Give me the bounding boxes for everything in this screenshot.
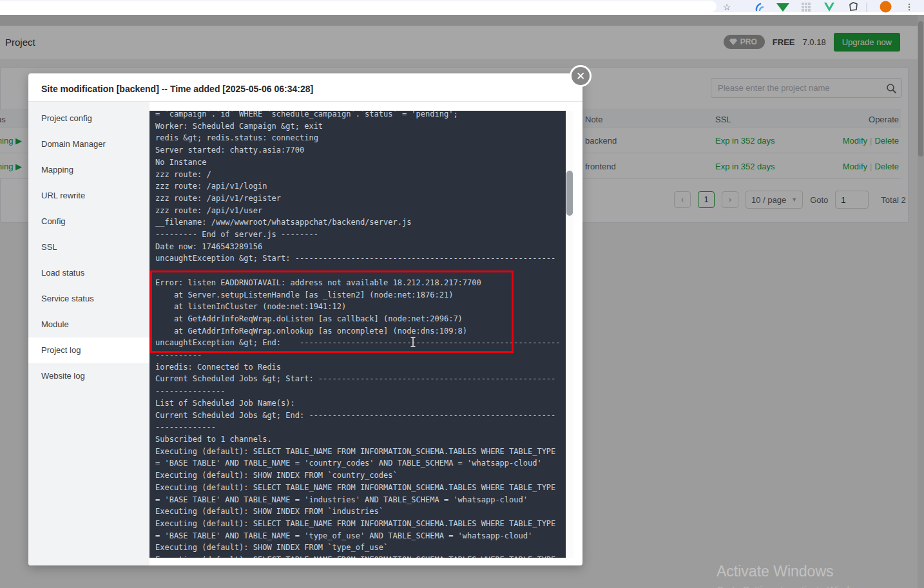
extension-vue-icon[interactable] [822,0,836,14]
sidebar-item-project-config[interactable]: Project config [28,106,149,131]
log-line: zzz route: /api/v1/register [155,193,573,205]
modal-title: Site modification [backend] -- Time adde… [28,73,582,102]
sidebar-item-project-log[interactable]: Project log [28,337,149,363]
log-error-line: Error: listen EADDRNOTAVAIL: address not… [155,277,573,289]
log-line: uncaughtException &gt; End: ------------… [155,337,573,349]
log-scrollbar[interactable] [566,111,573,558]
log-stack-line: at GetAddrInfoReqWrap.onlookup [as oncom… [155,325,573,337]
extension-grid-icon[interactable] [799,0,813,14]
profile-avatar[interactable] [878,0,893,14]
sidebar-item-ssl[interactable]: SSL [28,234,149,260]
log-line: List of Scheduled Job Name(s): [155,397,573,410]
log-line: = `campaign`.`id` WHERE `schedule_campai… [155,111,573,120]
log-scrollbar-thumb[interactable] [566,171,573,216]
log-line: uncaughtException &gt; Start: ----------… [155,252,573,265]
log-line: Executing (default): SHOW INDEX FROM `in… [155,506,573,518]
log-line: Executing (default): SELECT TABLE_NAME F… [155,446,573,458]
log-content: = `campaign`.`id` WHERE `schedule_campai… [149,111,573,558]
log-line: Worker: Scheduled Campaign &gt; exit [155,120,573,133]
log-line: ioredis: Connected to Redis [155,361,573,374]
log-line: Executing (default): SELECT TABLE_NAME F… [155,554,573,558]
log-line: --------- End of server.js -------- [155,229,573,241]
log-line: ------------- [155,421,573,433]
modal-sidebar: Project config Domain Manager Mapping UR… [28,102,149,565]
log-line: Server started: chatty.asia:7700 [155,144,573,156]
log-line: zzz route: /api/v1/login [155,180,573,193]
log-stack-line: at Server.setupListenHandle [as _listen2… [155,289,573,301]
extension-outline-icon[interactable] [846,0,860,14]
bookmark-star-icon[interactable]: ☆ [720,0,733,14]
sidebar-item-mapping[interactable]: Mapping [28,157,149,183]
log-line: Current Scheduled Jobs &gt; End: -------… [155,410,573,422]
sidebar-item-load-status[interactable]: Load status [28,260,149,286]
extension-stream-icon[interactable] [753,0,767,14]
project-log-viewer[interactable]: = `campaign`.`id` WHERE `schedule_campai… [149,111,573,558]
log-line: zzz route: /api/v1/user [155,205,573,217]
log-stack-line: at listenInCluster (node:net:1941:12) [155,301,573,313]
log-line: = 'BASE TABLE' AND TABLE_NAME = 'industr… [155,494,573,506]
log-line: = 'BASE TABLE' AND TABLE_NAME = 'type_of… [155,530,573,542]
toolbar-divider [866,0,867,14]
address-bar[interactable] [0,1,717,12]
log-line: Executing (default): SELECT TABLE_NAME F… [155,518,573,530]
close-icon[interactable]: ✕ [570,65,592,87]
log-line: Date now: 1746543289156 [155,241,573,253]
log-line: Current Scheduled Jobs &gt; Start: -----… [155,373,573,385]
screen: ☆ ⋮ Project PRO FREE [0,0,924,588]
sidebar-item-module[interactable]: Module [28,312,149,337]
log-line: zzz route: / [155,169,573,181]
sidebar-item-service-status[interactable]: Service status [28,286,149,312]
sidebar-item-domain-manager[interactable]: Domain Manager [28,131,149,157]
sidebar-item-website-log[interactable]: Website log [28,363,149,389]
log-line: --------------- [155,385,573,397]
log-line: No Instance [155,156,573,169]
log-line: redis &gt; redis.status: connecting [155,132,573,144]
browser-menu-icon[interactable]: ⋮ [903,0,915,14]
sidebar-item-url-rewrite[interactable]: URL rewrite [28,183,149,209]
site-modification-modal: ✕ Site modification [backend] -- Time ad… [28,73,582,565]
browser-toolbar: ☆ ⋮ [0,0,924,14]
log-line: ---------- [155,265,573,277]
sidebar-item-config[interactable]: Config [28,209,149,234]
log-line: = 'BASE TABLE' AND TABLE_NAME = 'country… [155,457,573,469]
log-stack-line: at GetAddrInfoReqWrap.doListen [as callb… [155,313,573,325]
log-line: ---------- [155,349,573,361]
extension-adblock-icon[interactable] [775,0,791,14]
log-line: Executing (default): SELECT TABLE_NAME F… [155,482,573,494]
log-line: Executing (default): SHOW INDEX FROM `ty… [155,542,573,554]
log-line: Subscribed to 1 channels. [155,433,573,446]
log-line: Executing (default): SHOW INDEX FROM `co… [155,469,573,482]
log-line: __filename: /www/wwwroot/whatsappchat/ba… [155,216,573,229]
